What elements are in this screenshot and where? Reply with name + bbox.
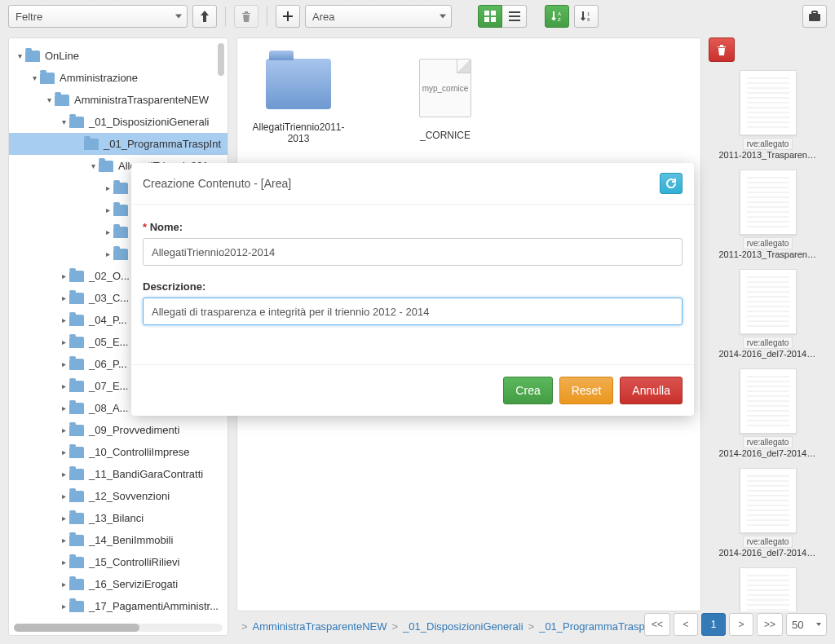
prev-page-button[interactable]: < — [674, 613, 698, 636]
next-page-button[interactable]: > — [729, 613, 753, 636]
svg-rect-0 — [484, 11, 489, 15]
tree-item[interactable]: ▸ _15_ControlliRilievi — [9, 551, 228, 573]
tree-label: _11_BandiGaraContratti — [89, 468, 203, 480]
tree-label: _03_C... — [89, 292, 129, 304]
reset-button[interactable]: Reset — [559, 377, 614, 404]
delete-button[interactable] — [234, 5, 258, 28]
separator — [225, 7, 226, 26]
tree-item[interactable]: ▸ _10_ControlliImprese — [9, 441, 228, 463]
last-page-button[interactable]: >> — [757, 613, 783, 636]
attachment-thumb[interactable]: rve:allegato 2014-2016_del7-2014_Pre... — [719, 468, 817, 558]
tree-item[interactable]: _01_ProgrammaTraspInt — [9, 133, 228, 155]
attachment-thumb[interactable]: rve:allegato 2011-2013_Trasparenza_I... — [719, 170, 817, 259]
page-button[interactable]: 1 — [701, 613, 726, 636]
top-toolbar: Feltre Area AZ 19 — [0, 0, 835, 33]
folder-icon — [69, 293, 84, 304]
first-page-button[interactable]: << — [644, 613, 670, 636]
list-view-button[interactable] — [502, 5, 527, 28]
tree-item[interactable]: ▾ Amministrazione — [9, 67, 228, 89]
attachment-thumb[interactable]: rve:allegato 2014-2016_del7-2014_All... — [719, 269, 817, 359]
tree-item[interactable]: ▸ _09_Provvedimenti — [9, 419, 228, 441]
folder-icon — [69, 381, 84, 392]
sort-desc-button[interactable]: 19 — [574, 5, 599, 28]
sort-asc-button[interactable]: AZ — [545, 5, 569, 28]
chevron-right-icon[interactable]: ▸ — [58, 492, 69, 501]
horizontal-scrollbar[interactable] — [14, 624, 223, 632]
chevron-right-icon[interactable]: ▸ — [102, 249, 113, 258]
pagesize-select[interactable]: 50 — [786, 613, 827, 636]
folder-icon — [55, 95, 69, 106]
tree-item[interactable]: ▸ _17_PagamentiAmministr... — [9, 595, 228, 617]
chevron-right-icon[interactable]: ▸ — [58, 580, 69, 589]
folder-icon — [99, 161, 113, 172]
breadcrumb-link[interactable]: _01_DisposizioniGenerali — [403, 620, 523, 633]
chevron-right-icon[interactable]: ▸ — [58, 315, 69, 324]
folder-icon — [266, 59, 331, 109]
add-button[interactable] — [276, 5, 300, 28]
type-dropdown[interactable]: Area — [305, 5, 452, 28]
chevron-right-icon[interactable]: ▸ — [58, 359, 69, 368]
upload-button[interactable] — [192, 5, 217, 28]
chevron-right-icon[interactable]: ▸ — [102, 205, 113, 214]
tree-item[interactable]: ▸ _11_BandiGaraContratti — [9, 463, 228, 485]
folder-icon — [69, 579, 84, 590]
folder-icon — [69, 469, 84, 480]
chevron-right-icon[interactable]: ▸ — [58, 337, 69, 346]
tree-item[interactable]: ▸ _16_ServiziErogati — [9, 573, 228, 595]
annulla-button[interactable]: Annulla — [620, 377, 683, 404]
file-item[interactable]: myp_cornice _CORNICE — [396, 59, 494, 144]
folder-icon — [25, 51, 40, 62]
chevron-right-icon[interactable]: ▸ — [58, 448, 69, 457]
vertical-scrollbar[interactable] — [218, 43, 224, 76]
chevron-right-icon[interactable]: ▸ — [58, 536, 69, 545]
breadcrumb-link[interactable]: AmministraTrasparenteNEW — [253, 620, 387, 633]
filter-dropdown[interactable]: Feltre — [8, 5, 188, 28]
attachment-thumb[interactable]: rve:allegato 2011-2013_Trasparenza_I... — [719, 70, 817, 160]
chevron-right-icon[interactable]: ▸ — [58, 293, 69, 302]
attachment-thumb[interactable]: rve:allegato — [719, 567, 817, 611]
trash-button[interactable] — [709, 37, 735, 62]
chevron-right-icon[interactable]: ▸ — [58, 426, 69, 434]
grid-view-button[interactable] — [478, 5, 502, 28]
chevron-down-icon[interactable]: ▾ — [29, 73, 40, 82]
chevron-right-icon[interactable]: ▸ — [102, 227, 113, 236]
attachment-thumb[interactable]: rve:allegato 2014-2016_del7-2014_All... — [719, 368, 817, 458]
tree-item[interactable]: ▾ OnLine — [9, 45, 228, 67]
chevron-down-icon[interactable]: ▾ — [14, 51, 25, 60]
dialog-header: Creazione Contenuto - [Area] — [131, 163, 694, 205]
refresh-button[interactable] — [660, 173, 683, 194]
tree-item[interactable]: ▸ _12_Sovvenzioni — [9, 485, 228, 507]
tree-label: _10_ControlliImprese — [89, 446, 190, 458]
chevron-down-icon[interactable]: ▾ — [87, 161, 99, 170]
tree-label: _06_P... — [89, 358, 127, 370]
folder-icon — [69, 315, 84, 326]
chevron-right-icon[interactable]: ▸ — [58, 514, 69, 523]
tree-label: _05_E... — [89, 336, 128, 348]
crea-button[interactable]: Crea — [503, 377, 552, 404]
chevron-right-icon[interactable]: ▸ — [58, 404, 69, 412]
briefcase-button[interactable] — [802, 5, 827, 28]
tree-item[interactable]: ▾ _01_DisposizioniGenerali — [9, 111, 228, 133]
tree-item[interactable]: ▸ _14_BeniImmobili — [9, 529, 228, 551]
attachments-panel: rve:allegato 2011-2013_Trasparenza_I... … — [709, 37, 827, 611]
chevron-right-icon[interactable]: ▸ — [58, 271, 69, 280]
dialog-body: * Nome: Descrizione: — [131, 205, 694, 364]
folder-icon — [69, 535, 84, 546]
chevron-down-icon[interactable]: ▾ — [43, 95, 55, 104]
chevron-right-icon[interactable]: ▸ — [102, 183, 113, 192]
chevron-down-icon[interactable]: ▾ — [58, 117, 69, 126]
chevron-right-icon[interactable]: ▸ — [58, 382, 69, 390]
tree-item[interactable]: ▸ _13_Bilanci — [9, 507, 228, 529]
nome-input[interactable] — [143, 238, 683, 266]
tree-label: _12_Sovvenzioni — [89, 490, 170, 502]
folder-icon — [69, 491, 84, 502]
chevron-right-icon[interactable]: ▸ — [58, 602, 69, 611]
tree-label: _04_P... — [89, 314, 127, 326]
folder-item[interactable]: AllegatiTriennio2011-2013 — [250, 59, 347, 144]
chevron-right-icon[interactable]: ▸ — [58, 470, 69, 479]
tree-item[interactable]: ▾ AmministraTrasparenteNEW — [9, 89, 228, 111]
descrizione-input[interactable] — [143, 298, 683, 325]
chevron-right-icon[interactable]: ▸ — [58, 558, 69, 567]
breadcrumb-link[interactable]: _01_ProgrammaTraspInt — [539, 620, 656, 633]
folder-icon — [84, 139, 99, 150]
